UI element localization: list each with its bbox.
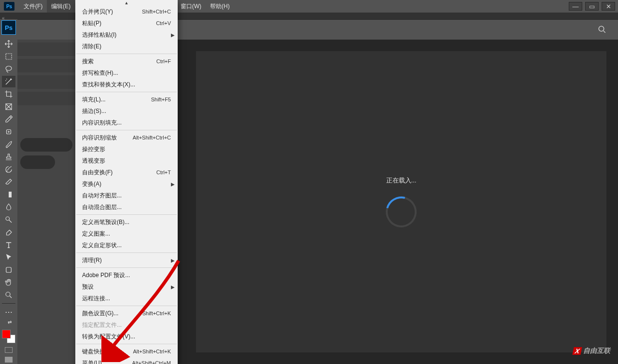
menu-item-label: 菜单(U)... <box>82 359 107 364</box>
lasso-tool-icon[interactable] <box>2 63 15 75</box>
menu-item[interactable]: 菜单(U)...Alt+Shift+Ctrl+M <box>75 357 178 364</box>
svg-rect-5 <box>6 192 9 197</box>
menu-item-label: 颜色设置(G)... <box>82 309 118 318</box>
gradient-tool-icon[interactable] <box>2 189 15 200</box>
menu-shortcut: Alt+Shift+Ctrl+C <box>133 135 171 140</box>
maximize-button[interactable]: ▭ <box>585 2 599 11</box>
loading-text: 正在载入... <box>386 176 417 185</box>
menu-item-label: 透视变形 <box>82 157 105 165</box>
minimize-button[interactable]: — <box>569 2 582 11</box>
swap-colors-icon[interactable]: ⇄ <box>3 319 16 325</box>
ellipsis-icon[interactable]: ⋯ <box>2 306 15 318</box>
pen-tool-icon[interactable] <box>2 226 15 238</box>
menu-item-label: 清除(E) <box>82 42 101 51</box>
menu-item[interactable]: 定义画笔预设(B)... <box>75 216 178 228</box>
menu-item-label: 指定配置文件... <box>82 321 122 329</box>
menu-item[interactable]: 合并拷贝(Y)Shift+Ctrl+C <box>75 6 178 17</box>
brush-tool-icon[interactable] <box>2 139 15 150</box>
menu-item[interactable]: 透视变形 <box>75 155 178 167</box>
menu-item[interactable]: 自由变换(F)Ctrl+T <box>75 167 178 178</box>
menu-item[interactable]: 转换为配置文件(V)... <box>75 331 178 342</box>
menu-item[interactable]: Adobe PDF 预设... <box>75 269 178 281</box>
menu-item[interactable]: 变换(A)▶ <box>75 178 178 190</box>
menu-item-label: 定义自定形状... <box>82 241 122 250</box>
menu-item[interactable]: 窗口(W) <box>176 0 206 13</box>
stamp-tool-icon[interactable] <box>2 151 15 163</box>
crop-tool-icon[interactable] <box>2 88 15 100</box>
document-canvas: 正在载入... <box>196 51 606 352</box>
edit-menu-dropdown: ▲合并拷贝(Y)Shift+Ctrl+C粘贴(P)Ctrl+V选择性粘贴(I)▶… <box>75 0 178 364</box>
menu-item-label: 变换(A) <box>82 180 101 188</box>
menu-item[interactable]: 颜色设置(G)...Shift+Ctrl+K <box>75 308 178 319</box>
marquee-tool-icon[interactable] <box>2 51 15 62</box>
menu-shortcut: Shift+Ctrl+K <box>142 310 171 316</box>
menu-shortcut: Ctrl+F <box>156 58 171 64</box>
menu-item[interactable]: 清除(E) <box>75 41 178 52</box>
menu-item-label: 合并拷贝(Y) <box>82 8 113 16</box>
menu-item[interactable]: 粘贴(P)Ctrl+V <box>75 17 178 29</box>
menu-item-label: 预设 <box>82 283 94 291</box>
svg-rect-0 <box>6 54 12 59</box>
menu-item-label: 自动混合图层... <box>82 203 122 211</box>
menu-item[interactable]: 编辑(E) <box>47 0 75 13</box>
healing-tool-icon[interactable] <box>2 126 15 138</box>
menu-item[interactable]: 定义自定形状... <box>75 239 178 251</box>
submenu-arrow-icon: ▶ <box>171 284 175 290</box>
screenmode-icon[interactable] <box>5 357 13 363</box>
frame-tool-icon[interactable] <box>2 101 15 112</box>
menu-item-label: 自动对齐图层... <box>82 192 122 200</box>
menu-item-label: 粘贴(P) <box>82 19 101 28</box>
menu-item[interactable]: 键盘快捷键...Alt+Shift+Ctrl+K <box>75 346 178 357</box>
menu-item-label: 键盘快捷键... <box>82 348 116 356</box>
menu-item[interactable]: 自动对齐图层... <box>75 190 178 201</box>
menu-item[interactable]: 文件(F) <box>19 0 47 13</box>
color-swatches[interactable] <box>2 330 15 343</box>
menu-item[interactable]: 内容识别缩放Alt+Shift+Ctrl+C <box>75 132 178 143</box>
menu-item[interactable]: 定义图案... <box>75 228 178 239</box>
close-button[interactable]: ✕ <box>602 2 615 11</box>
foreground-color[interactable] <box>2 330 11 338</box>
menu-item-label: 自由变换(F) <box>82 168 112 177</box>
menu-item-label: 远程连接... <box>82 294 110 303</box>
window-controls: — ▭ ✕ <box>569 0 615 13</box>
dodge-tool-icon[interactable] <box>2 214 15 225</box>
menu-item[interactable]: 内容识别填充... <box>75 117 178 128</box>
menu-item[interactable]: 帮助(H) <box>206 0 234 13</box>
search-icon[interactable] <box>598 25 606 36</box>
submenu-arrow-icon: ▶ <box>171 182 175 187</box>
menu-item-label: 选择性粘贴(I) <box>82 31 116 39</box>
menu-item[interactable]: 拼写检查(H)... <box>75 67 178 79</box>
history-brush-tool-icon[interactable] <box>2 164 15 175</box>
menu-scroll-up[interactable]: ▲ <box>75 0 178 6</box>
type-tool-icon[interactable] <box>2 239 15 251</box>
menu-item[interactable]: 查找和替换文本(X)... <box>75 79 178 90</box>
blur-tool-icon[interactable] <box>2 201 15 213</box>
menu-shortcut: Shift+F5 <box>151 97 171 102</box>
eraser-tool-icon[interactable] <box>2 176 15 188</box>
menu-item-label: 描边(S)... <box>82 107 106 115</box>
quickmask-icon[interactable] <box>5 347 13 353</box>
tools-panel: Ps ⋯ ⇄ <box>0 19 17 364</box>
magic-wand-tool-icon[interactable] <box>2 76 15 87</box>
menu-item[interactable]: 自动混合图层... <box>75 201 178 213</box>
watermark-text: 自由互联 <box>583 347 610 355</box>
menu-item[interactable]: 描边(S)... <box>75 105 178 117</box>
menu-item[interactable]: 填充(L)...Shift+F5 <box>75 94 178 105</box>
menu-item[interactable]: 操控变形 <box>75 143 178 155</box>
hand-tool-icon[interactable] <box>2 277 15 288</box>
zoom-tool-icon[interactable] <box>2 289 15 301</box>
menu-item[interactable]: 清理(R)▶ <box>75 254 178 266</box>
menu-item[interactable]: 搜索Ctrl+F <box>75 56 178 67</box>
eyedropper-tool-icon[interactable] <box>2 113 15 125</box>
menu-shortcut: Ctrl+T <box>156 169 171 175</box>
menu-item[interactable]: 预设▶ <box>75 281 178 293</box>
menu-item[interactable]: 远程连接... <box>75 293 178 304</box>
menu-shortcut: Alt+Shift+Ctrl+M <box>132 360 171 364</box>
menu-item-label: 拼写检查(H)... <box>82 69 118 77</box>
menu-item-label: 查找和替换文本(X)... <box>82 81 135 89</box>
move-tool-icon[interactable] <box>2 38 15 50</box>
shape-tool-icon[interactable] <box>2 264 15 276</box>
menu-item[interactable]: 选择性粘贴(I)▶ <box>75 29 178 41</box>
path-select-tool-icon[interactable] <box>2 252 15 263</box>
menu-item-label: 转换为配置文件(V)... <box>82 333 135 341</box>
